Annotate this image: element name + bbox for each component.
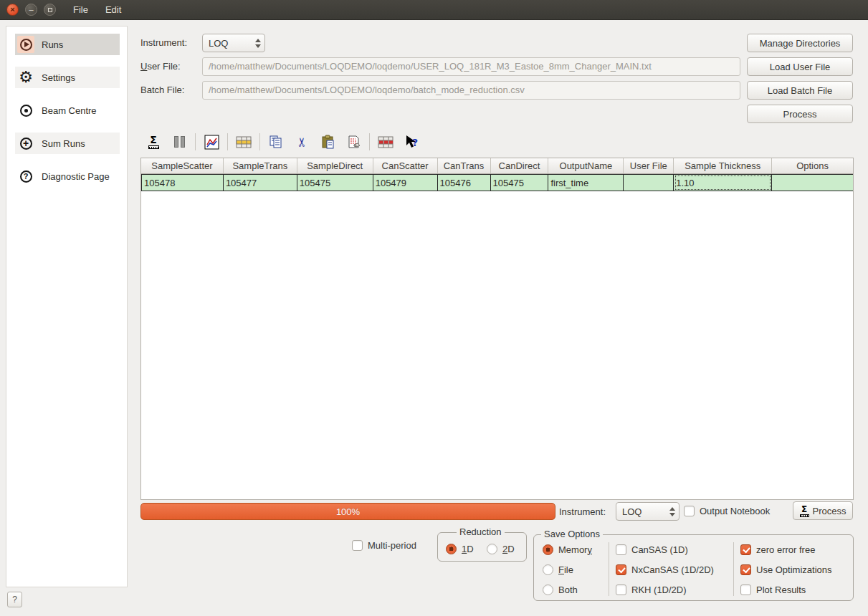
use-optimizations-checkbox[interactable] xyxy=(740,564,751,575)
table-cell[interactable]: 105479 xyxy=(373,174,438,191)
nxcansas-checkbox[interactable] xyxy=(616,564,626,575)
multi-period-checkbox[interactable] xyxy=(352,540,363,551)
load-batch-file-button[interactable]: Load Batch File xyxy=(747,81,853,100)
process-button-top[interactable]: Process xyxy=(747,105,853,123)
cut-icon[interactable]: ✂ xyxy=(292,133,311,151)
save-both-option[interactable]: Both xyxy=(543,583,578,596)
column-header[interactable]: SampleDirect xyxy=(297,158,373,173)
instrument-combobox-bottom[interactable]: LOQ xyxy=(616,502,679,521)
beam-centre-icon xyxy=(17,102,34,119)
toolbar-separator xyxy=(195,133,196,150)
sidebar-item-runs[interactable]: Runs xyxy=(15,34,120,55)
table-cell[interactable]: 1.10 xyxy=(674,174,772,191)
spinner-arrows-icon[interactable] xyxy=(252,39,264,48)
sidebar-item-diagnostic-page[interactable]: ? Diagnostic Page xyxy=(15,165,120,187)
plot-results-checkbox[interactable] xyxy=(740,584,751,595)
cansas-checkbox[interactable] xyxy=(616,544,626,555)
menubar: File Edit xyxy=(72,3,123,16)
nxcansas-label[interactable]: NxCanSAS (1D/2D) xyxy=(631,564,714,575)
column-header[interactable]: User File xyxy=(624,158,674,173)
process-sigma-icon[interactable]: Σ xyxy=(144,133,163,151)
delete-rows-icon[interactable] xyxy=(376,133,395,151)
plot-results-label[interactable]: Plot Results xyxy=(756,584,806,595)
save-memory-radio[interactable] xyxy=(543,544,553,555)
table-cell[interactable]: 105477 xyxy=(224,174,297,191)
progress-label: 100% xyxy=(336,506,360,517)
minimize-icon[interactable]: – xyxy=(25,4,37,16)
save-options-group: Save Options Memory File Both CanSAS (1D… xyxy=(533,534,854,601)
zero-error-free-label[interactable]: zero error free xyxy=(756,544,815,555)
sidebar-item-sum-runs[interactable]: + Sum Runs xyxy=(15,133,120,154)
output-notebook-checkbox[interactable] xyxy=(684,506,695,516)
column-header[interactable]: SampleScatter xyxy=(141,158,224,173)
reduction-2d-option[interactable]: 2D xyxy=(487,542,515,555)
output-notebook-option[interactable]: Output Notebook xyxy=(684,504,770,517)
instrument-combobox[interactable]: LOQ xyxy=(202,34,265,52)
save-file-radio[interactable] xyxy=(543,564,553,575)
table-cell[interactable]: 105476 xyxy=(438,174,491,191)
instrument-value: LOQ xyxy=(616,506,666,517)
close-icon[interactable]: × xyxy=(6,4,19,16)
output-notebook-label[interactable]: Output Notebook xyxy=(700,506,770,516)
batch-file-field: /home/matthew/Documents/LOQDEMO/loqdemo/… xyxy=(202,81,740,100)
cansas-option[interactable]: CanSAS (1D) xyxy=(616,543,688,556)
load-user-file-button[interactable]: Load User File xyxy=(747,57,853,76)
save-both-label[interactable]: Both xyxy=(558,584,578,595)
save-file-label[interactable]: File xyxy=(558,564,573,575)
multi-period-label[interactable]: Multi-period xyxy=(368,540,416,551)
use-optimizations-option[interactable]: Use Optimizations xyxy=(740,563,831,576)
spinner-arrows-icon[interactable] xyxy=(666,507,679,516)
column-header[interactable]: OutputName xyxy=(548,158,624,173)
reduction-2d-radio[interactable] xyxy=(487,544,497,554)
table-cell[interactable] xyxy=(772,174,853,191)
column-header[interactable]: SampleTrans xyxy=(224,158,297,173)
copy-icon[interactable] xyxy=(267,133,285,151)
process-button-bottom[interactable]: Σ Process xyxy=(793,501,853,520)
plot-results-option[interactable]: Plot Results xyxy=(740,583,806,596)
reduction-2d-label[interactable]: 2D xyxy=(502,544,515,554)
rkh-label[interactable]: RKH (1D/2D) xyxy=(631,584,687,595)
reduction-group: Reduction 1D 2D xyxy=(437,532,527,562)
sidebar-item-beam-centre[interactable]: Beam Centre xyxy=(15,100,120,121)
save-file-option[interactable]: File xyxy=(543,563,573,576)
instrument-value: LOQ xyxy=(203,38,252,49)
rkh-checkbox[interactable] xyxy=(616,584,626,595)
insert-row-icon[interactable] xyxy=(234,133,253,151)
menu-file[interactable]: File xyxy=(72,3,90,16)
reduction-1d-option[interactable]: 1D xyxy=(446,542,474,555)
cansas-label[interactable]: CanSAS (1D) xyxy=(631,544,688,555)
rkh-option[interactable]: RKH (1D/2D) xyxy=(616,583,687,596)
reduction-1d-label[interactable]: 1D xyxy=(462,544,474,554)
multi-period-option[interactable]: Multi-period xyxy=(352,539,416,552)
column-header[interactable]: Options xyxy=(772,158,853,173)
column-header[interactable]: CanScatter xyxy=(373,158,438,173)
table-cell[interactable]: 105475 xyxy=(297,174,373,191)
help-button[interactable]: ? xyxy=(7,592,22,607)
maximize-icon[interactable] xyxy=(44,4,56,16)
nxcansas-option[interactable]: NxCanSAS (1D/2D) xyxy=(616,563,714,576)
sidebar-item-settings[interactable]: ⚙ Settings xyxy=(15,67,120,88)
pause-icon[interactable] xyxy=(170,133,189,151)
zero-error-free-checkbox[interactable] xyxy=(740,544,751,555)
table-cell[interactable]: 105475 xyxy=(491,174,549,191)
whats-this-icon[interactable]: ? xyxy=(402,133,421,151)
save-memory-label[interactable]: Memory xyxy=(558,544,592,555)
column-header[interactable]: CanDirect xyxy=(491,158,549,173)
use-optimizations-label[interactable]: Use Optimizations xyxy=(756,564,831,575)
paste-icon[interactable] xyxy=(318,133,337,151)
erase-icon[interactable] xyxy=(344,133,363,151)
menu-edit[interactable]: Edit xyxy=(104,3,123,16)
zero-error-free-option[interactable]: zero error free xyxy=(740,543,815,556)
table-cell[interactable]: first_time xyxy=(548,174,624,191)
instrument-label: Instrument: xyxy=(140,34,187,52)
column-header[interactable]: CanTrans xyxy=(438,158,491,173)
plot-icon[interactable] xyxy=(202,133,221,151)
save-both-radio[interactable] xyxy=(543,584,553,595)
manage-directories-button[interactable]: Manage Directories xyxy=(747,34,853,52)
toolbar-separator xyxy=(227,133,228,150)
save-memory-option[interactable]: Memory xyxy=(543,543,592,556)
column-header[interactable]: Sample Thickness xyxy=(674,158,772,173)
reduction-1d-radio[interactable] xyxy=(446,544,457,554)
table-cell[interactable] xyxy=(624,174,674,191)
table-cell[interactable]: 105478 xyxy=(141,174,224,191)
